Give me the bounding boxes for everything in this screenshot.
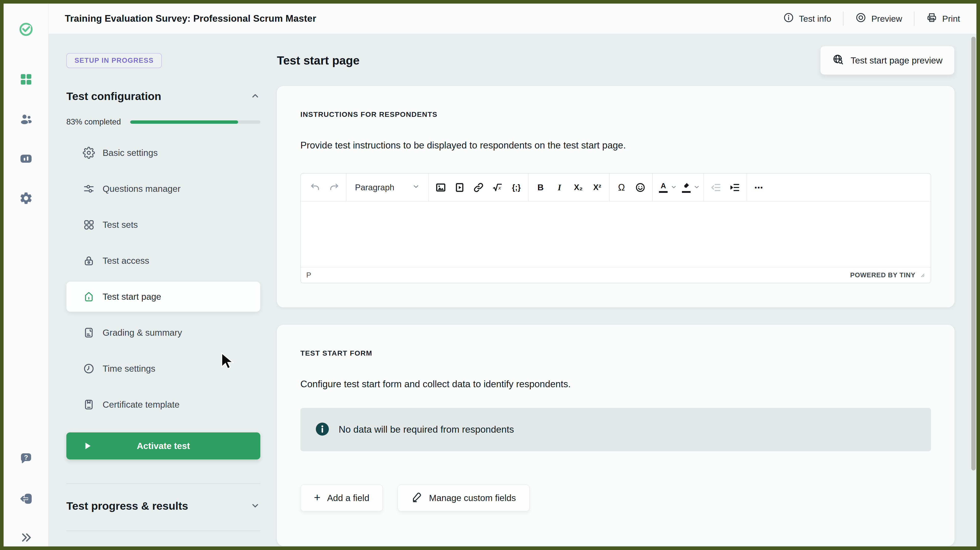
- activate-test-button[interactable]: Activate test: [66, 432, 260, 459]
- add-field-button[interactable]: + Add a field: [301, 485, 383, 512]
- chevron-down-icon[interactable]: [694, 184, 700, 191]
- undo-button[interactable]: [307, 179, 323, 196]
- insert-link-button[interactable]: [470, 179, 487, 196]
- sidebar-item-label: Time settings: [103, 364, 156, 374]
- sidebar-item-label: Grading & summary: [103, 327, 182, 338]
- certificate-icon: [83, 399, 95, 411]
- card-header: INSTRUCTIONS FOR RESPONDENTS: [301, 110, 931, 119]
- grid-squares-icon: [83, 219, 95, 231]
- sidebar-item-label: Certificate template: [103, 399, 180, 410]
- help-chat-icon[interactable]: ?: [3, 450, 48, 467]
- vertical-scrollbar-thumb[interactable]: [971, 37, 976, 471]
- testportal-logo-icon: [3, 21, 48, 38]
- info-alert: No data will be required from respondent…: [301, 408, 931, 451]
- manage-fields-label: Manage custom fields: [429, 493, 516, 503]
- special-character-button[interactable]: Ω: [613, 179, 630, 196]
- sidebar-item-basic-settings[interactable]: Basic settings: [66, 138, 260, 168]
- preview-eye-icon: [855, 12, 866, 25]
- window-title: Training Evaluation Survey: Professional…: [65, 13, 316, 24]
- manage-custom-fields-button[interactable]: Manage custom fields: [398, 485, 529, 512]
- bold-button[interactable]: B: [532, 179, 549, 196]
- progress-bar-fill: [130, 121, 239, 124]
- config-menu: Basic settings Questions manager Test se…: [66, 138, 260, 420]
- alert-info-icon: [315, 421, 330, 438]
- test-start-form-card: TEST START FORM Configure test start for…: [277, 325, 955, 546]
- page-header: Test start page Test start page preview: [277, 46, 955, 75]
- superscript-button[interactable]: X²: [589, 179, 605, 196]
- sidebar-item-test-access[interactable]: Test access: [66, 246, 260, 276]
- gear-outline-icon: [83, 147, 95, 159]
- setup-progress: 83% completed: [66, 118, 260, 127]
- globe-search-icon: [832, 54, 844, 67]
- paragraph-format-dropdown[interactable]: Paragraph: [349, 183, 426, 192]
- test-progress-results-header[interactable]: Test progress & results: [66, 500, 260, 512]
- test-configuration-header[interactable]: Test configuration: [66, 90, 260, 103]
- resize-handle-icon[interactable]: [919, 272, 925, 279]
- logout-icon[interactable]: [3, 491, 48, 507]
- instructions-card: INSTRUCTIONS FOR RESPONDENTS Provide tes…: [277, 86, 955, 307]
- text-color-swatch: [659, 191, 668, 193]
- sidebar-divider: [66, 531, 260, 531]
- chevron-down-icon: [250, 501, 260, 512]
- sidebar-item-grading-summary[interactable]: Grading & summary: [66, 318, 260, 348]
- play-icon: [82, 440, 93, 451]
- print-button[interactable]: Print: [924, 10, 962, 28]
- insert-formula-button[interactable]: x: [489, 179, 506, 196]
- results-stats-icon[interactable]: [3, 151, 48, 167]
- section-title: Test progress & results: [66, 500, 188, 512]
- paragraph-label: Paragraph: [355, 183, 394, 192]
- respondents-people-icon[interactable]: [3, 111, 48, 127]
- emoji-button[interactable]: [632, 179, 649, 196]
- sqrt-x-glyph: x: [498, 185, 501, 191]
- redo-button[interactable]: [326, 179, 342, 196]
- test-start-page-preview-button[interactable]: Test start page preview: [820, 46, 955, 75]
- test-info-button[interactable]: Test info: [781, 10, 834, 28]
- printer-icon: [926, 12, 937, 25]
- rich-text-editor: Paragraph x {;}: [301, 173, 931, 283]
- pencil-icon: [411, 491, 422, 505]
- mouse-cursor: [217, 351, 237, 372]
- icon-rail: ?: [3, 3, 48, 547]
- more-toolbar-button[interactable]: •••: [751, 179, 767, 196]
- insert-media-button[interactable]: [452, 179, 468, 196]
- alert-text: No data will be required from respondent…: [339, 424, 514, 435]
- card-header: TEST START FORM: [301, 349, 931, 358]
- lock-icon: [83, 254, 95, 267]
- grading-document-icon: [83, 326, 95, 339]
- plus-icon: +: [314, 492, 321, 503]
- sliders-icon: [83, 183, 95, 195]
- subscript-button[interactable]: X₂: [570, 179, 587, 196]
- form-actions: + Add a field Manage custom fields: [301, 485, 931, 512]
- card-description: Configure test start form and collect da…: [301, 379, 931, 389]
- expand-rail-chevrons-icon[interactable]: [3, 529, 48, 546]
- sidebar-item-questions-manager[interactable]: Questions manager: [66, 174, 260, 204]
- main-content: Test start page Test start page preview …: [273, 34, 977, 547]
- insert-code-button[interactable]: {;}: [508, 179, 525, 196]
- editor-content-area[interactable]: [301, 202, 931, 267]
- app-frame: ? Training Evaluation Survey: Profession…: [0, 0, 980, 550]
- preview-button[interactable]: Preview: [853, 10, 904, 28]
- highlight-color-button[interactable]: [679, 179, 700, 196]
- insert-image-button[interactable]: [433, 179, 449, 196]
- text-color-button[interactable]: A: [656, 179, 677, 196]
- italic-button[interactable]: I: [551, 179, 568, 196]
- outdent-button[interactable]: [708, 179, 724, 196]
- sidebar-item-label: Questions manager: [103, 184, 180, 194]
- home-icon: [83, 291, 95, 303]
- topbar-divider: [843, 11, 843, 26]
- svg-text:?: ?: [24, 454, 28, 461]
- progress-bar: [130, 121, 260, 124]
- sidebar-item-certificate-template[interactable]: Certificate template: [66, 389, 260, 420]
- topbar: Training Evaluation Survey: Professional…: [48, 3, 977, 34]
- page-title: Test start page: [277, 54, 360, 67]
- test-info-label: Test info: [799, 14, 832, 24]
- powered-by-tiny-label: POWERED BY TINY: [850, 271, 915, 279]
- sidebar-item-test-start-page[interactable]: Test start page: [66, 281, 260, 312]
- chevron-down-icon[interactable]: [670, 184, 677, 191]
- indent-button[interactable]: [727, 179, 743, 196]
- dashboard-grid-icon[interactable]: [3, 71, 48, 87]
- test-config-sidebar: SETUP IN PROGRESS Test configuration 83%…: [48, 34, 273, 547]
- sidebar-item-test-sets[interactable]: Test sets: [66, 210, 260, 240]
- sidebar-item-label: Test access: [103, 256, 149, 266]
- settings-gear-icon[interactable]: [3, 190, 48, 207]
